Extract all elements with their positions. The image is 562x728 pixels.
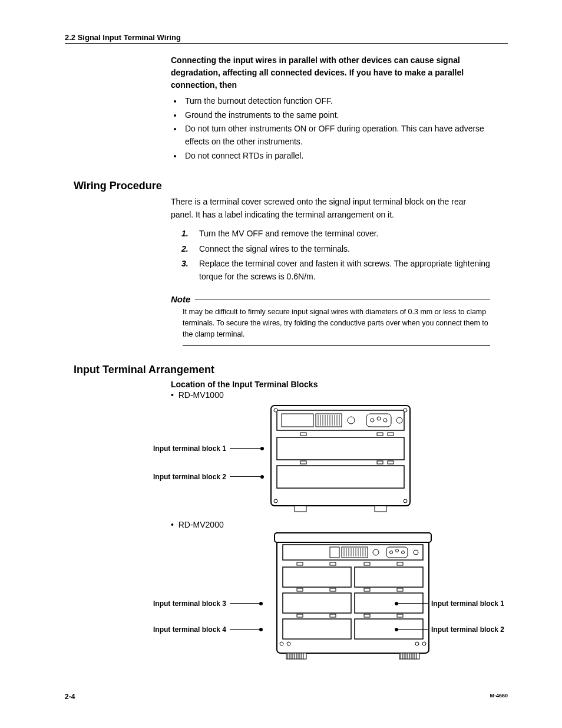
list-item: Do not connect RTDs in parallel. xyxy=(183,150,508,163)
diagram-rd-mv1000: Input terminal block 1 Input terminal bl… xyxy=(236,402,483,516)
svg-rect-48 xyxy=(330,547,339,558)
svg-point-54 xyxy=(414,550,418,555)
section-header: 2.2 Signal Input Terminal Wiring xyxy=(65,33,508,44)
svg-rect-2 xyxy=(282,414,313,427)
svg-point-52 xyxy=(396,549,399,552)
svg-rect-59 xyxy=(283,567,351,587)
svg-point-74 xyxy=(422,642,426,645)
svg-point-49 xyxy=(373,549,379,555)
svg-rect-70 xyxy=(397,614,403,617)
list-item: Replace the terminal cover and fasten it… xyxy=(194,258,508,283)
wiring-steps: Turn the MV OFF and remove the terminal … xyxy=(183,228,508,284)
svg-rect-61 xyxy=(297,588,303,591)
svg-point-73 xyxy=(280,642,283,645)
wiring-heading: Wiring Procedure xyxy=(74,180,508,192)
callout-block4: Input terminal block 4 xyxy=(153,625,306,634)
note-label: Note xyxy=(171,294,190,304)
svg-rect-32 xyxy=(295,506,306,512)
svg-point-17 xyxy=(377,417,381,420)
callout-block1: Input terminal block 1 xyxy=(153,444,283,453)
svg-point-51 xyxy=(390,551,393,554)
model-2-label: • RD-MV2000 xyxy=(171,520,508,529)
note-body: It may be difficult to firmly secure inp… xyxy=(183,307,490,346)
device-rear-illustration xyxy=(236,402,448,514)
list-item: Turn the MV OFF and remove the terminal … xyxy=(194,228,508,241)
svg-point-31 xyxy=(404,499,407,503)
device-rear-illustration-2 xyxy=(183,532,513,661)
svg-point-19 xyxy=(396,417,402,423)
svg-rect-21 xyxy=(377,433,383,436)
model-1-label: • RD-MV1000 xyxy=(171,390,508,400)
svg-rect-24 xyxy=(300,461,306,464)
intro-paragraph: Connecting the input wires in parallel w… xyxy=(171,54,484,91)
svg-rect-26 xyxy=(388,461,394,464)
svg-rect-58 xyxy=(397,562,403,565)
svg-rect-62 xyxy=(330,588,336,591)
diagram-rd-mv2000: Input terminal block 3 Input terminal bl… xyxy=(183,532,513,664)
callout-block2-r: Input terminal block 2 xyxy=(395,625,504,634)
svg-rect-57 xyxy=(364,562,370,565)
svg-point-75 xyxy=(287,642,290,645)
svg-rect-60 xyxy=(355,567,423,587)
svg-rect-22 xyxy=(388,433,394,436)
svg-rect-56 xyxy=(330,562,336,565)
svg-point-30 xyxy=(274,499,277,503)
note-header: Note xyxy=(171,294,508,304)
page-footer: 2-4 M-4660 xyxy=(65,693,508,701)
svg-point-14 xyxy=(348,417,355,424)
svg-point-16 xyxy=(371,419,374,422)
list-item: Turn the burnout detection function OFF. xyxy=(183,95,508,108)
svg-rect-55 xyxy=(297,562,303,565)
list-item: Ground the instruments to the same point… xyxy=(183,109,508,122)
svg-rect-27 xyxy=(277,466,404,488)
svg-rect-69 xyxy=(364,614,370,617)
list-item: Do not turn other instruments ON or OFF … xyxy=(183,123,508,148)
note-rule xyxy=(195,299,490,299)
svg-point-29 xyxy=(404,409,407,412)
svg-point-53 xyxy=(402,551,405,554)
arrangement-heading: Input Terminal Arrangement xyxy=(74,364,508,376)
svg-rect-20 xyxy=(300,433,306,436)
callout-block2: Input terminal block 2 xyxy=(153,473,283,481)
arrangement-subheading: Location of the Input Terminal Blocks xyxy=(171,380,508,389)
intro-bullets: Turn the burnout detection function OFF.… xyxy=(171,95,508,162)
svg-rect-3 xyxy=(316,414,342,427)
wiring-paragraph: There is a terminal cover screwed onto t… xyxy=(171,196,490,221)
callout-block3: Input terminal block 3 xyxy=(153,599,306,608)
svg-rect-63 xyxy=(364,588,370,591)
page-number: 2-4 xyxy=(65,693,75,701)
svg-point-28 xyxy=(274,409,277,412)
svg-rect-25 xyxy=(377,461,383,464)
svg-rect-33 xyxy=(375,506,386,512)
svg-point-18 xyxy=(384,419,387,422)
callout-block1-r: Input terminal block 1 xyxy=(395,599,504,608)
list-item: Connect the signal wires to the terminal… xyxy=(194,243,508,256)
svg-rect-64 xyxy=(397,588,403,591)
svg-rect-35 xyxy=(275,533,431,542)
svg-rect-37 xyxy=(342,547,368,558)
svg-rect-67 xyxy=(297,614,303,617)
svg-rect-68 xyxy=(330,614,336,617)
doc-id: M-4660 xyxy=(490,693,508,701)
svg-rect-23 xyxy=(277,437,404,460)
svg-point-76 xyxy=(415,642,419,645)
